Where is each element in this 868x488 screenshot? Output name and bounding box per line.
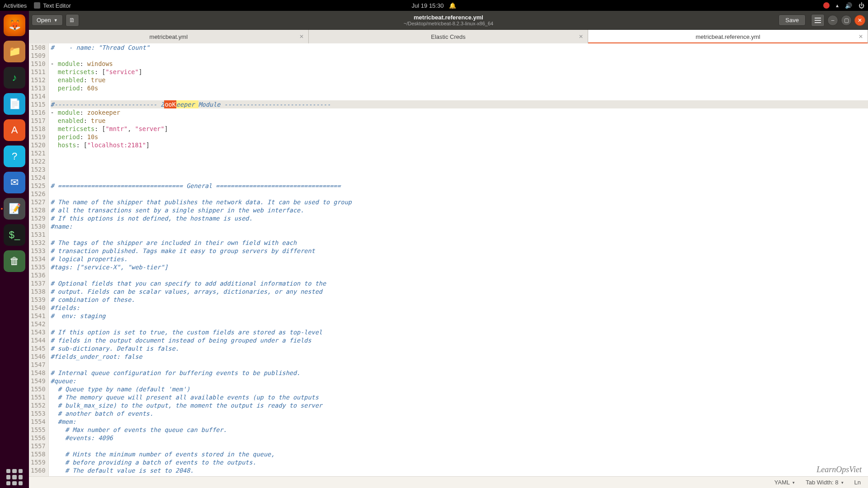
line-number-gutter: 1508150915101511151215131514151515161517… bbox=[29, 43, 49, 476]
status-tab-width-label: Tab Width: 8 bbox=[806, 479, 838, 486]
headerbar: Open ▼ 🗎 metricbeat.reference.yml ~/Desk… bbox=[29, 11, 868, 30]
update-badge-icon[interactable] bbox=[823, 2, 830, 9]
power-icon[interactable]: ⏻ bbox=[859, 2, 864, 9]
dock-text-editor-icon[interactable]: 📝 bbox=[4, 198, 25, 220]
activities-button[interactable]: Activities bbox=[4, 2, 27, 9]
save-button[interactable]: Save bbox=[778, 14, 806, 26]
tab-bar: metricbeat.yml✕Elastic Creds✕metricbeat.… bbox=[29, 30, 868, 43]
watermark: LearnOpsViet bbox=[816, 465, 862, 474]
dock-show-applications-icon[interactable] bbox=[4, 466, 25, 488]
topbar-app-indicator[interactable]: Text Editor bbox=[34, 2, 71, 9]
tab-0[interactable]: metricbeat.yml✕ bbox=[29, 30, 309, 43]
hamburger-icon bbox=[815, 18, 821, 23]
title-area: metricbeat.reference.yml ~/Desktop/metri… bbox=[404, 14, 493, 26]
tab-label: metricbeat.reference.yml bbox=[696, 33, 760, 40]
status-language[interactable]: YAML ▾ bbox=[774, 479, 795, 486]
window-close-button[interactable]: ✕ bbox=[854, 15, 865, 26]
status-bar: YAML ▾ Tab Width: 8 ▾ Ln bbox=[29, 476, 868, 488]
topbar-app-name: Text Editor bbox=[43, 2, 71, 9]
ubuntu-dock: 🦊 📁 ♪ 📄 A ? ✉ 📝 $_ 🗑 bbox=[0, 11, 29, 488]
window-title: metricbeat.reference.yml bbox=[404, 14, 493, 21]
status-cursor-position: Ln bbox=[854, 479, 861, 486]
tab-label: metricbeat.yml bbox=[150, 33, 188, 40]
text-editor-icon bbox=[34, 2, 40, 9]
new-document-icon: 🗎 bbox=[69, 17, 75, 23]
notification-icon[interactable]: 🔔 bbox=[449, 2, 456, 9]
status-language-label: YAML bbox=[774, 479, 790, 486]
new-document-button[interactable]: 🗎 bbox=[66, 14, 79, 27]
dock-trash-icon[interactable]: 🗑 bbox=[4, 250, 25, 272]
tab-label: Elastic Creds bbox=[431, 33, 466, 40]
dock-thunderbird-icon[interactable]: ✉ bbox=[4, 172, 25, 193]
chevron-down-icon: ▾ bbox=[841, 480, 844, 485]
status-tab-width[interactable]: Tab Width: 8 ▾ bbox=[806, 479, 843, 486]
tab-2[interactable]: metricbeat.reference.yml✕ bbox=[588, 30, 868, 43]
window-subtitle: ~/Desktop/metricbeat-8.2.3-linux-x86_64 bbox=[404, 21, 493, 26]
dock-terminal-icon[interactable]: $_ bbox=[4, 224, 25, 246]
open-button[interactable]: Open ▼ bbox=[32, 14, 63, 26]
open-button-label: Open bbox=[37, 17, 51, 23]
status-position-label: Ln bbox=[854, 479, 861, 486]
volume-icon[interactable]: 🔊 bbox=[845, 2, 852, 9]
dock-rhythmbox-icon[interactable]: ♪ bbox=[4, 67, 25, 89]
tab-close-icon[interactable]: ✕ bbox=[579, 33, 583, 40]
tab-close-icon[interactable]: ✕ bbox=[859, 33, 863, 40]
dock-software-icon[interactable]: A bbox=[4, 119, 25, 141]
network-icon[interactable]: ▴ bbox=[836, 2, 839, 9]
gnome-topbar: Activities Text Editor Jul 19 15:30 🔔 ▴ … bbox=[0, 0, 868, 11]
tab-1[interactable]: Elastic Creds✕ bbox=[309, 30, 589, 43]
clock[interactable]: Jul 19 15:30 bbox=[412, 2, 444, 9]
dock-libreoffice-writer-icon[interactable]: 📄 bbox=[4, 93, 25, 115]
window-maximize-button[interactable]: ▢ bbox=[841, 15, 852, 26]
chevron-down-icon: ▾ bbox=[793, 480, 795, 485]
code-area[interactable]: 1508150915101511151215131514151515161517… bbox=[29, 43, 868, 476]
gedit-window: Open ▼ 🗎 metricbeat.reference.yml ~/Desk… bbox=[29, 11, 868, 488]
tab-close-icon[interactable]: ✕ bbox=[299, 33, 304, 40]
dock-files-icon[interactable]: 📁 bbox=[4, 41, 25, 62]
dock-help-icon[interactable]: ? bbox=[4, 145, 25, 167]
chevron-down-icon: ▼ bbox=[54, 18, 58, 23]
hamburger-menu-button[interactable] bbox=[811, 14, 825, 27]
dock-firefox-icon[interactable]: 🦊 bbox=[4, 14, 25, 36]
source-view[interactable]: # - name: "Thread Count"- module: window… bbox=[49, 43, 868, 476]
window-minimize-button[interactable]: – bbox=[827, 15, 838, 26]
